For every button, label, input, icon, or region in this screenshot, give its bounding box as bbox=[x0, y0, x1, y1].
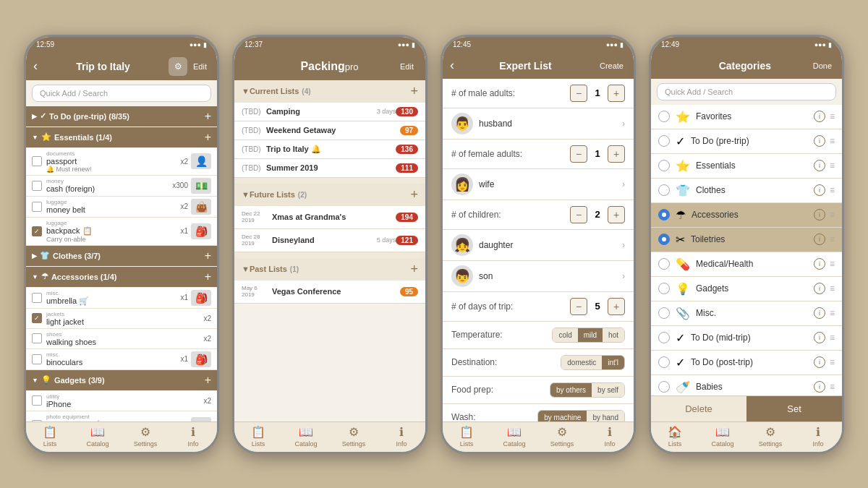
radio-toiletries[interactable] bbox=[658, 234, 670, 245]
food-others[interactable]: by others bbox=[550, 383, 592, 397]
add-clothes-btn[interactable]: + bbox=[205, 249, 211, 262]
search-bar-1[interactable]: Quick Add / Search bbox=[32, 85, 211, 102]
radio-favorites[interactable] bbox=[658, 111, 670, 122]
drag-misc[interactable]: ≡ bbox=[830, 308, 835, 318]
cb-shoes[interactable] bbox=[32, 333, 42, 343]
edit-btn-1[interactable]: Edit bbox=[190, 61, 210, 72]
create-btn-3[interactable]: Create bbox=[597, 60, 626, 72]
radio-todo-post[interactable] bbox=[658, 356, 670, 368]
tab-info-3[interactable]: ℹ Info bbox=[586, 425, 634, 448]
section-accessories[interactable]: ▼ ☂ Accessories (1/4) + bbox=[26, 267, 217, 287]
tab-lists-1[interactable]: 📋 Lists bbox=[26, 425, 74, 448]
tab-info-2[interactable]: ℹ Info bbox=[378, 425, 425, 448]
tab-info-1[interactable]: ℹ Info bbox=[169, 425, 217, 448]
cb-jacket[interactable] bbox=[32, 313, 42, 323]
cat-essentials[interactable]: ⭐ Essentials i ≡ bbox=[651, 154, 842, 179]
info-accessories[interactable]: i bbox=[814, 209, 825, 221]
cat-medical[interactable]: 💊 Medical/Health i ≡ bbox=[651, 252, 842, 277]
plus-male[interactable]: + bbox=[608, 85, 625, 102]
list-xmas[interactable]: Dec 222019 Xmas at Grandma's 194 bbox=[234, 206, 425, 229]
set-btn-4[interactable]: Set bbox=[746, 396, 842, 421]
delete-btn-4[interactable]: Delete bbox=[651, 396, 746, 421]
plus-days[interactable]: + bbox=[608, 298, 625, 315]
info-todo-mid[interactable]: i bbox=[814, 332, 825, 343]
minus-children[interactable]: − bbox=[570, 206, 587, 223]
radio-babies[interactable] bbox=[658, 381, 670, 393]
search-bar-4[interactable]: Quick Add / Search bbox=[657, 83, 836, 100]
list-italy[interactable]: (TBD) Trip to Italy 🔔 136 bbox=[234, 140, 425, 159]
minus-male[interactable]: − bbox=[570, 85, 587, 102]
cat-todo-pre[interactable]: ✓ To Do (pre-trip) i ≡ bbox=[651, 129, 842, 154]
cat-clothes[interactable]: 👕 Clothes i ≡ bbox=[651, 179, 842, 203]
drag-todo-post[interactable]: ≡ bbox=[830, 357, 835, 367]
radio-clothes[interactable] bbox=[658, 184, 670, 196]
drag-babies[interactable]: ≡ bbox=[830, 382, 835, 392]
edit-btn-2[interactable]: Edit bbox=[397, 61, 417, 72]
add-past-btn[interactable]: + bbox=[410, 262, 418, 277]
tab-lists-4[interactable]: 🏠 Lists bbox=[651, 425, 699, 448]
radio-essentials[interactable] bbox=[658, 160, 670, 171]
cb-passport[interactable] bbox=[32, 156, 42, 166]
cat-todo-mid[interactable]: ✓ To Do (mid-trip) i ≡ bbox=[651, 326, 842, 351]
info-gadgets[interactable]: i bbox=[814, 283, 825, 294]
drag-todo-mid[interactable]: ≡ bbox=[830, 333, 835, 343]
cat-babies[interactable]: 🍼 Babies i ≡ bbox=[651, 375, 842, 395]
list-camping[interactable]: (TBD) Camping 3 days 130 bbox=[234, 103, 425, 121]
tab-lists-2[interactable]: 📋 Lists bbox=[234, 425, 282, 448]
drag-favorites[interactable]: ≡ bbox=[830, 111, 835, 121]
info-toiletries[interactable]: i bbox=[814, 234, 825, 245]
list-weekend[interactable]: (TBD) Weekend Getaway 97 bbox=[234, 121, 425, 140]
info-todo-post[interactable]: i bbox=[814, 356, 825, 368]
food-self[interactable]: by self bbox=[592, 383, 624, 397]
list-vegas[interactable]: May 62019 Vegas Conference 95 bbox=[234, 281, 425, 304]
drag-essentials[interactable]: ≡ bbox=[830, 160, 835, 171]
info-misc[interactable]: i bbox=[814, 307, 825, 319]
radio-misc[interactable] bbox=[658, 307, 670, 319]
info-clothes[interactable]: i bbox=[814, 184, 825, 196]
section-essentials[interactable]: ▼ ⭐ Essentials (1/4) + bbox=[26, 127, 217, 147]
minus-days[interactable]: − bbox=[570, 298, 587, 315]
section-gadgets[interactable]: ▼ 💡 Gadgets (3/9) + bbox=[26, 370, 217, 390]
add-current-btn[interactable]: + bbox=[410, 84, 418, 99]
tab-settings-3[interactable]: ⚙ Settings bbox=[538, 425, 586, 448]
cat-favorites[interactable]: ⭐ Favorites i ≡ bbox=[651, 105, 842, 129]
tab-lists-3[interactable]: 📋 Lists bbox=[443, 425, 490, 448]
plus-female[interactable]: + bbox=[608, 145, 625, 163]
add-todo-btn[interactable]: + bbox=[205, 110, 211, 123]
row-wife[interactable]: 👩 wife › bbox=[443, 169, 634, 200]
drag-gadgets[interactable]: ≡ bbox=[830, 283, 835, 294]
radio-medical[interactable] bbox=[658, 258, 670, 270]
settings-btn-1[interactable]: ⚙ bbox=[169, 57, 187, 76]
info-todo-pre[interactable]: i bbox=[814, 135, 825, 147]
info-favorites[interactable]: i bbox=[814, 111, 825, 122]
wash-hand[interactable]: by hand bbox=[587, 411, 624, 421]
plus-children[interactable]: + bbox=[608, 206, 625, 223]
drag-medical[interactable]: ≡ bbox=[830, 259, 835, 269]
drag-clothes[interactable]: ≡ bbox=[830, 185, 835, 195]
dest-intl[interactable]: int'l bbox=[602, 356, 624, 369]
list-disneyland[interactable]: Dec 282019 Disneyland 5 days 121 bbox=[234, 229, 425, 252]
list-summer[interactable]: (TBD) Summer 2019 111 bbox=[234, 159, 425, 178]
tab-catalog-4[interactable]: 📖 Catalog bbox=[699, 425, 746, 448]
temp-cold[interactable]: cold bbox=[553, 328, 577, 342]
drag-toiletries[interactable]: ≡ bbox=[830, 234, 835, 244]
cb-binoculars[interactable] bbox=[32, 354, 42, 364]
cb-cash[interactable] bbox=[32, 181, 42, 191]
tab-catalog-1[interactable]: 📖 Catalog bbox=[74, 425, 122, 448]
row-daughter[interactable]: 👧 daughter › bbox=[443, 230, 634, 261]
radio-todo-pre[interactable] bbox=[658, 135, 670, 147]
add-accessories-btn[interactable]: + bbox=[205, 270, 211, 283]
cat-misc[interactable]: 📎 Misc. i ≡ bbox=[651, 301, 842, 326]
drag-todo-pre[interactable]: ≡ bbox=[830, 136, 835, 146]
wash-machine[interactable]: by machine bbox=[538, 411, 587, 421]
tab-settings-4[interactable]: ⚙ Settings bbox=[746, 425, 794, 448]
radio-todo-mid[interactable] bbox=[658, 332, 670, 343]
tab-settings-1[interactable]: ⚙ Settings bbox=[122, 425, 169, 448]
add-essentials-btn[interactable]: + bbox=[205, 131, 211, 144]
temp-mild[interactable]: mild bbox=[578, 328, 603, 342]
cb-backpack[interactable] bbox=[32, 226, 42, 236]
dest-domestic[interactable]: domestic bbox=[561, 356, 602, 369]
add-gadgets-btn[interactable]: + bbox=[205, 374, 211, 387]
tab-settings-2[interactable]: ⚙ Settings bbox=[330, 425, 378, 448]
info-medical[interactable]: i bbox=[814, 258, 825, 270]
